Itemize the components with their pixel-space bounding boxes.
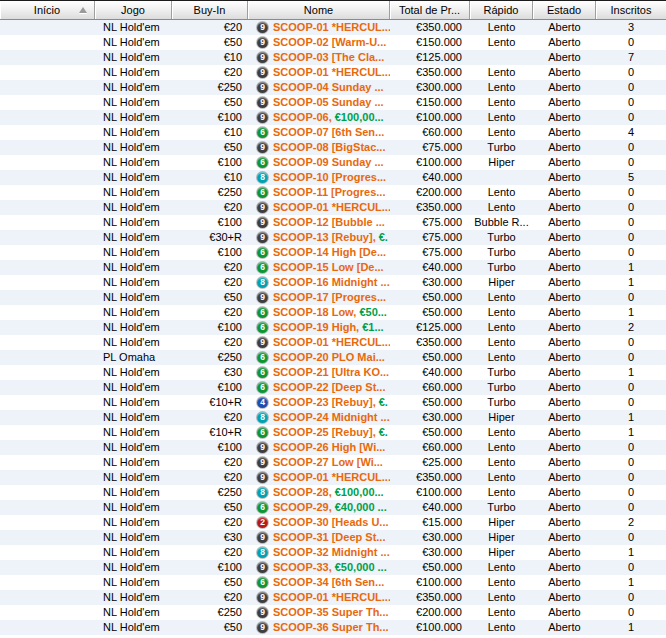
table-row[interactable]: B Mar 27 20:00 NL Hold'em €100 6 SCOOP-1… [0, 320, 666, 335]
seats-per-table-badge: 6 [257, 127, 268, 138]
table-row[interactable]: B Mar 28 22:00 NL Hold'em €50 6 SCOOP-29… [0, 500, 666, 515]
tournament-name: SCOOP-01 *HERCUL... [273, 335, 390, 350]
table-row[interactable]: B Mar 25 20:00 NL Hold'em €20 9 SCOOP-01… [0, 65, 666, 80]
table-row[interactable]: B Mar 25 2... NL Hold'em €50 9 SCOOP-05 … [0, 95, 666, 110]
game-type: NL Hold'em [95, 110, 172, 125]
tournament-name: SCOOP-31 [Deep St... [273, 530, 385, 545]
speed: Hiper [470, 530, 533, 545]
entrants-count: 1 [596, 620, 666, 635]
speed: Lento [470, 305, 533, 320]
speed: Lento [470, 440, 533, 455]
table-row[interactable]: B Mar 25 15:00 NL Hold'em €20 9 SCOOP-01… [0, 20, 666, 35]
table-row[interactable]: B Mar 29 20:00 NL Hold'em €50 6 SCOOP-34… [0, 575, 666, 590]
seats-per-table-badge: 9 [257, 232, 268, 243]
table-row[interactable]: B Mar 27 2... NL Hold'em €30 6 SCOOP-21 … [0, 365, 666, 380]
seats-per-table-badge: 6 [257, 577, 268, 588]
tournament-name-amount: €100,00... [335, 111, 384, 123]
table-row[interactable]: B Mar 26 21:00 NL Hold'em €100 9 SCOOP-1… [0, 215, 666, 230]
game-type: NL Hold'em [95, 125, 172, 140]
status: Aberto [533, 65, 596, 80]
seats-per-table-badge: 9 [257, 607, 268, 618]
table-row[interactable]: B Mar 26 23:00 NL Hold'em €20 6 SCOOP-15… [0, 260, 666, 275]
column-header-inicio[interactable]: Início [0, 1, 95, 19]
table-row[interactable]: B Mar 26 1... NL Hold'em €10 8 SCOOP-10 … [0, 170, 666, 185]
game-type: NL Hold'em [95, 20, 172, 35]
tournament-name-text: SCOOP-22 [Deep St... [273, 381, 385, 393]
tournament-name-text: SCOOP-32 Midnight ... [273, 546, 390, 558]
table-row[interactable]: B Mar 29 2... NL Hold'em €50 9 SCOOP-36 … [0, 620, 666, 635]
prize-pool-total: €50.000 [390, 395, 470, 410]
seats-per-table-badge: 9 [257, 592, 268, 603]
table-row[interactable]: B Mar 25 20:00 NL Hold'em €10 9 SCOOP-03… [0, 50, 666, 65]
table-row[interactable]: B Mar 28 2... NL Hold'em €100 9 SCOOP-26… [0, 440, 666, 455]
table-row[interactable]: B Mar 25 2... NL Hold'em €250 9 SCOOP-04… [0, 80, 666, 95]
column-header-jogo[interactable]: Jogo [95, 1, 172, 19]
table-row[interactable]: B Mar 25 18:00 NL Hold'em €50 9 SCOOP-02… [0, 35, 666, 50]
table-row[interactable]: B Mar 25 23:00 NL Hold'em €50 9 SCOOP-08… [0, 140, 666, 155]
table-row[interactable]: B Mar 29 00:00 NL Hold'em €20 8 SCOOP-32… [0, 545, 666, 560]
table-row[interactable]: B Mar 26 22:00 NL Hold'em €30+R 9 SCOOP-… [0, 230, 666, 245]
column-header-buyin[interactable]: Buy-In [172, 1, 248, 19]
table-row[interactable]: B Mar 26 20:00 NL Hold'em €20 9 SCOOP-01… [0, 200, 666, 215]
entrants-count: 1 [596, 365, 666, 380]
status: Aberto [533, 530, 596, 545]
column-header-inscritos[interactable]: Inscritos [596, 1, 666, 19]
tournament-name: SCOOP-33, €50,000 ... [273, 560, 387, 575]
column-header-rapido[interactable]: Rápido [470, 1, 533, 19]
table-row[interactable]: B Mar 28 2... NL Hold'em €20 9 SCOOP-27 … [0, 455, 666, 470]
prize-pool-total: €60.000 [390, 440, 470, 455]
seats-per-table-badge: 9 [257, 112, 268, 123]
table-row[interactable]: B Mar 28 19:00 NL Hold'em €10+R 6 SCOOP-… [0, 425, 666, 440]
game-type: NL Hold'em [95, 590, 172, 605]
prize-pool-total: €75.000 [390, 245, 470, 260]
table-row[interactable]: B Mar 28 23:00 NL Hold'em €30 9 SCOOP-31… [0, 530, 666, 545]
buyin-amount: €100 [172, 380, 248, 395]
column-header-nome[interactable]: Nome [248, 1, 390, 19]
speed: Lento [470, 200, 533, 215]
seats-per-table-badge: 9 [257, 562, 268, 573]
prize-pool-total: €350.000 [390, 20, 470, 35]
table-row[interactable]: B Mar 26 2... NL Hold'em €250 6 SCOOP-11… [0, 185, 666, 200]
prize-pool-total: €300.000 [390, 80, 470, 95]
table-row[interactable]: B Mar 27 23:00 NL Hold'em €100 6 SCOOP-2… [0, 380, 666, 395]
table-row[interactable]: B Mar 27 20:00 NL Hold'em €20 9 SCOOP-01… [0, 335, 666, 350]
seats-per-table-badge: 9 [257, 202, 268, 213]
entrants-count: 0 [596, 245, 666, 260]
entrants-count: 0 [596, 395, 666, 410]
tournament-name-text: SCOOP-04 Sunday ... [273, 81, 384, 93]
table-row[interactable]: B Mar 28 21:00 NL Hold'em €250 8 SCOOP-2… [0, 485, 666, 500]
table-row[interactable]: B Mar 29 2... NL Hold'em €250 9 SCOOP-35… [0, 605, 666, 620]
status: Aberto [533, 155, 596, 170]
column-header-estado[interactable]: Estado [533, 1, 596, 19]
status: Aberto [533, 440, 596, 455]
tournament-name: SCOOP-01 *HERCUL... [273, 20, 390, 35]
tournament-name: SCOOP-25 [Rebuy], €. [273, 425, 388, 440]
tournament-name-text: SCOOP-34 [6th Sen... [273, 576, 384, 588]
table-row[interactable]: B Mar 25 22:00 NL Hold'em €10 6 SCOOP-07… [0, 125, 666, 140]
table-row[interactable]: B Mar 26 23:00 NL Hold'em €100 6 SCOOP-1… [0, 245, 666, 260]
game-type: NL Hold'em [95, 305, 172, 320]
buyin-amount: €20 [172, 410, 248, 425]
table-row[interactable]: B Mar 27 2... PL Omaha €250 6 SCOOP-20 P… [0, 350, 666, 365]
entrants-count: 3 [596, 20, 666, 35]
entrants-count: 7 [596, 50, 666, 65]
column-header-total[interactable]: Total de Pr... [390, 1, 470, 19]
table-row[interactable]: B Mar 27 20:00 NL Hold'em €20 6 SCOOP-18… [0, 305, 666, 320]
game-type: NL Hold'em [95, 260, 172, 275]
table-row[interactable]: B Mar 26 00:00 NL Hold'em €100 6 SCOOP-0… [0, 155, 666, 170]
table-row[interactable]: B Mar 27 00:00 NL Hold'em €20 8 SCOOP-16… [0, 275, 666, 290]
table-row[interactable]: B Mar 27 1... NL Hold'em €50 9 SCOOP-17 … [0, 290, 666, 305]
table-row[interactable]: B Mar 28 23:00 NL Hold'em €20 2 SCOOP-30… [0, 515, 666, 530]
table-row[interactable]: B Mar 25 22:00 NL Hold'em €100 9 SCOOP-0… [0, 110, 666, 125]
table-row[interactable]: B Mar 28 00:00 NL Hold'em €20 8 SCOOP-24… [0, 410, 666, 425]
buyin-amount: €20 [172, 335, 248, 350]
table-row[interactable]: B Mar 28 20:00 NL Hold'em €20 9 SCOOP-01… [0, 470, 666, 485]
speed [470, 170, 533, 185]
game-type: NL Hold'em [95, 185, 172, 200]
table-row[interactable]: B Mar 27 23:00 NL Hold'em €10+R 4 SCOOP-… [0, 395, 666, 410]
table-row[interactable]: B Mar 29 19:00 NL Hold'em €100 9 SCOOP-3… [0, 560, 666, 575]
tournament-name-text: SCOOP-11 [Progres... [273, 186, 385, 198]
seats-per-table-badge: 6 [257, 382, 268, 393]
speed: Lento [470, 185, 533, 200]
table-row[interactable]: B Mar 29 20:00 NL Hold'em €20 9 SCOOP-01… [0, 590, 666, 605]
